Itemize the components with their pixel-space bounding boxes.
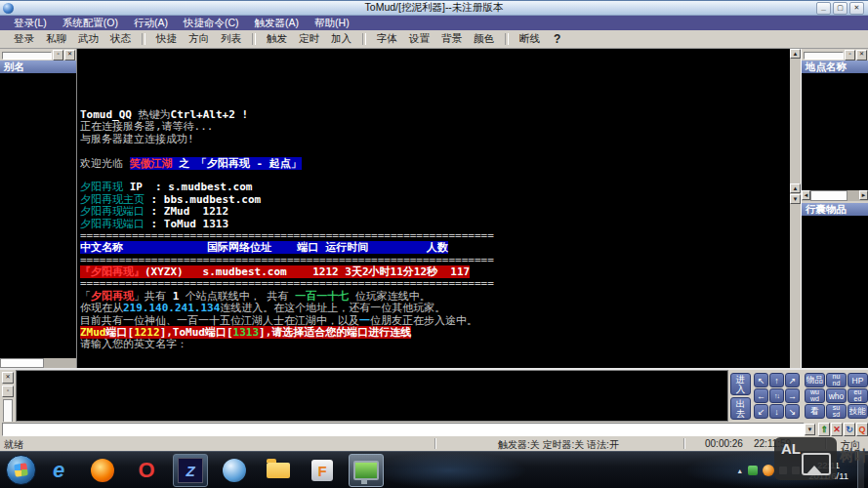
start-button[interactable] [6, 455, 36, 485]
scroll-thumb[interactable] [0, 358, 44, 368]
alias-hscrollbar[interactable] [0, 358, 76, 368]
scroll-left-icon[interactable]: ◄ [802, 190, 810, 200]
repeat-button[interactable]: ↻ [844, 423, 855, 436]
tool-direction[interactable]: 方向 [183, 32, 215, 46]
southeast-button[interactable]: ↘ [785, 404, 800, 419]
scroll-up-icon[interactable]: ▲ [790, 49, 801, 59]
tray-qq-icon[interactable] [763, 465, 774, 476]
firefox-icon [91, 459, 114, 482]
menu-action[interactable]: 行动(A) [126, 17, 176, 30]
tool-kungfu[interactable]: 武功 [72, 32, 104, 46]
northwest-button[interactable]: ↖ [754, 373, 768, 387]
maximize-button[interactable]: ▢ [833, 2, 847, 15]
watermark-logo: AL [774, 437, 837, 480]
tray-antivirus-icon[interactable] [748, 466, 758, 475]
northeast-button[interactable]: ↗ [785, 373, 800, 387]
bag-list[interactable] [802, 216, 868, 368]
menu-bar: 登录(L) 系统配置(O) 行动(A) 快捷命令(C) 触发器(A) 帮助(H) [0, 16, 868, 30]
tool-settings[interactable]: 设置 [403, 32, 435, 46]
taskbar-item-zmud[interactable]: Z [173, 454, 208, 487]
tool-trigger[interactable]: 触发 [261, 32, 293, 46]
scroll-split-up-icon[interactable]: ▲ [790, 183, 801, 193]
menu-login[interactable]: 登录(L) [6, 17, 55, 30]
close-button[interactable]: ✕ [849, 2, 864, 15]
menu-help[interactable]: 帮助(H) [307, 17, 357, 30]
chat-window-controls: ✕ ▫ [0, 370, 16, 422]
scroll-thumb[interactable] [810, 190, 847, 201]
toolbar-separator [252, 33, 256, 45]
tool-status[interactable]: 状态 [104, 32, 137, 46]
taskbar-item-explorer[interactable] [261, 454, 296, 487]
tool-timer[interactable]: 定时 [293, 32, 325, 46]
tool-font[interactable]: 字体 [371, 32, 403, 46]
restore-icon[interactable]: ▫ [845, 50, 855, 61]
south-button[interactable]: ↓ [769, 404, 784, 419]
southwest-button[interactable]: ↙ [754, 404, 768, 419]
quit-button[interactable]: Q [856, 423, 868, 436]
internet-explorer-icon: e [53, 460, 64, 481]
west-button[interactable]: ← [754, 388, 768, 403]
tool-private-chat[interactable]: 私聊 [40, 32, 72, 46]
location-panel-titlebar[interactable]: ▫ ✕ [802, 49, 868, 61]
enter-button[interactable]: 进入 [730, 373, 751, 395]
history-dropdown-icon[interactable]: ▼ [805, 424, 815, 435]
alias-list[interactable] [0, 73, 76, 358]
south-updown-button[interactable]: su sd [826, 404, 847, 419]
minimize-button[interactable]: ＿ [816, 2, 831, 15]
tool-login[interactable]: 登录 [8, 32, 40, 46]
tray-expand-icon[interactable]: ▲ [736, 468, 743, 474]
tool-color[interactable]: 颜色 [468, 32, 500, 46]
north-updown-button[interactable]: nu nd [826, 373, 847, 387]
terminal: Tomud_QQ 热键为Ctrl+Alt+2 !正在连接服务器,请等待...与服… [77, 49, 790, 368]
location-list[interactable] [802, 73, 868, 190]
exit-button[interactable]: 出去 [730, 397, 751, 420]
east-updown-button[interactable]: eu ed [847, 388, 868, 403]
send-button[interactable]: ⇑ [818, 423, 830, 436]
close-icon[interactable]: ✕ [64, 50, 75, 61]
alias-panel: ▫ ✕ 别名 [0, 49, 77, 368]
scroll-split-down-icon[interactable]: ▼ [790, 194, 801, 204]
help-icon[interactable]: ? [546, 32, 568, 46]
windows-flag-icon [14, 463, 28, 477]
north-button[interactable]: ↑ [769, 373, 784, 387]
terminal-vscrollbar[interactable]: ▲ ▲ ▼ [790, 49, 801, 368]
items-button[interactable]: 物品 [805, 373, 825, 387]
restore-icon[interactable]: ▫ [2, 386, 14, 397]
chat-output[interactable] [16, 370, 728, 422]
location-hscrollbar[interactable]: ◄ ► [802, 190, 868, 201]
restore-icon[interactable]: ▫ [53, 50, 63, 61]
title-bar[interactable]: ToMud/[挖泥利器]--未注册版本 ＿ ▢ ✕ [0, 0, 868, 16]
tool-disconnect[interactable]: 断线 [514, 32, 546, 46]
tool-list[interactable]: 列表 [215, 32, 247, 46]
main-area: ▫ ✕ 别名 Tomud_QQ 热键为Ctrl+Alt+2 !正在连接服务器,请… [0, 49, 868, 368]
taskbar-item-ie[interactable]: e [41, 454, 76, 487]
look-button[interactable]: 看 [805, 404, 825, 419]
bottom-row: ✕ ▫ 进入 出去 ↖ ↑ ↗ ← ↑↓ → ↙ ↓ ↘ 物品 nu nd HP… [0, 368, 868, 422]
menu-system-config[interactable]: 系统配置(O) [55, 17, 126, 30]
skills-button[interactable]: 技能 [847, 404, 868, 419]
close-icon[interactable]: ✕ [2, 372, 14, 384]
alias-panel-titlebar[interactable]: ▫ ✕ [0, 49, 76, 61]
drag-grip[interactable] [804, 52, 844, 60]
west-updown-button[interactable]: wu wd [805, 388, 825, 403]
clear-button[interactable]: ✕ [831, 423, 843, 436]
who-button[interactable]: who [826, 388, 847, 403]
menu-triggers[interactable]: 触发器(A) [247, 17, 308, 30]
taskbar-item-firefox[interactable] [85, 454, 120, 487]
tool-background[interactable]: 背景 [435, 32, 468, 46]
watermark-al-text: AL [781, 440, 801, 457]
close-icon[interactable]: ✕ [856, 50, 867, 61]
drag-grip[interactable] [2, 52, 52, 60]
tool-quick[interactable]: 快捷 [150, 32, 183, 46]
taskbar-item-flashfxp[interactable]: F [305, 454, 340, 487]
tool-join[interactable]: 加入 [325, 32, 357, 46]
command-input[interactable] [2, 423, 805, 436]
up-down-button[interactable]: ↑↓ [769, 388, 784, 403]
scroll-right-icon[interactable]: ► [859, 190, 868, 200]
taskbar-item-network[interactable] [349, 454, 384, 487]
taskbar-item-browser[interactable] [217, 454, 252, 487]
menu-shortcuts[interactable]: 快捷命令(C) [176, 17, 247, 30]
east-button[interactable]: → [785, 388, 800, 403]
taskbar-item-opera[interactable]: O [129, 454, 164, 487]
hp-button[interactable]: HP [847, 373, 868, 387]
